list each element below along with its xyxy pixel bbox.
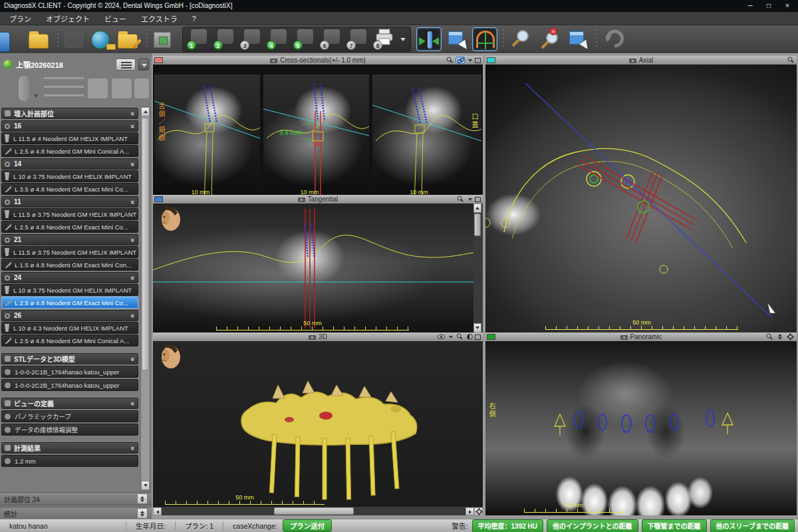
- tooth-header[interactable]: 11 »: [1, 196, 138, 207]
- abutment-row[interactable]: L 1.5 ø 4.8 Neodent GM Exact Mini Con...: [1, 259, 138, 271]
- collapse-chevron-icon[interactable]: »: [129, 356, 137, 360]
- cross-slice-3[interactable]: 口蓋 10 mm: [372, 74, 481, 195]
- edit-case-button[interactable]: [118, 29, 140, 50]
- menu-item[interactable]: ビュー: [104, 13, 126, 24]
- arch-view-button[interactable]: [472, 27, 497, 51]
- focus-implant-button[interactable]: [416, 27, 442, 51]
- scrollbar-thumb[interactable]: [142, 118, 149, 370]
- scrollbar-thumb[interactable]: [274, 507, 354, 515]
- tangential-view-content[interactable]: 50 mm: [153, 203, 483, 332]
- scroll-down-button[interactable]: [473, 323, 481, 332]
- collapse-chevron-icon[interactable]: »: [129, 162, 137, 166]
- reset-zoom-button[interactable]: ×: [537, 27, 563, 51]
- scroll-down-button[interactable]: [141, 481, 150, 490]
- collapse-chevron-icon[interactable]: »: [129, 111, 137, 115]
- axial-view-header[interactable]: Axial: [485, 56, 797, 65]
- maximize-view-icon[interactable]: [475, 58, 481, 63]
- scroll-left-button[interactable]: [153, 507, 162, 515]
- reset-zoom-icon[interactable]: [456, 196, 465, 203]
- workflow-step-button[interactable]: 4: [265, 28, 292, 51]
- menu-item[interactable]: オブジェクト: [46, 13, 90, 24]
- segmentation-button[interactable]: [154, 29, 176, 50]
- menu-item[interactable]: エクストラ: [141, 13, 178, 24]
- view-menu-dropdown-icon[interactable]: [449, 336, 453, 338]
- slice-pick-button[interactable]: [444, 27, 469, 51]
- contrast-toggle-icon[interactable]: [467, 334, 473, 340]
- open-case-button[interactable]: [29, 29, 51, 50]
- workflow-step-button[interactable]: 6: [319, 28, 345, 51]
- three-d-view[interactable]: 3D: [153, 332, 483, 515]
- collapse-chevron-icon[interactable]: »: [129, 446, 137, 450]
- reset-zoom-icon[interactable]: [765, 333, 774, 340]
- scroll-up-button[interactable]: [141, 107, 150, 116]
- rotate-3d-button[interactable]: [565, 27, 591, 51]
- cross-sectionals-view[interactable]: Cross-sectionals(+/- 1.0 mm): [153, 56, 483, 195]
- link-views-icon[interactable]: [456, 57, 465, 64]
- implant-row[interactable]: L 11.5 ø 3.75 Neodent GM HELIX IMPLANT: [1, 246, 138, 258]
- minimize-icon[interactable]: ─: [741, 0, 759, 12]
- collapse-chevron-icon[interactable]: »: [129, 401, 137, 405]
- send-plan-button[interactable]: プラン送付: [283, 519, 332, 532]
- collapse-chevron-icon[interactable]: »: [129, 275, 137, 279]
- spinner-icon[interactable]: [137, 508, 148, 519]
- three-d-view-header[interactable]: 3D: [153, 332, 483, 341]
- section-measure-header[interactable]: 計測結果 »: [1, 442, 138, 454]
- cross-view-content[interactable]: 舌側／頬側 10 mm 9.4: [153, 65, 483, 195]
- cross-slice-2[interactable]: 9.4 mm 10 mm: [263, 74, 369, 195]
- reset-zoom-icon[interactable]: [445, 57, 454, 64]
- tangential-view-header[interactable]: Tangential: [153, 195, 483, 203]
- sidebar-scrollbar[interactable]: [140, 106, 150, 491]
- measurement-item[interactable]: 1.2 mm: [1, 455, 138, 467]
- panoramic-view[interactable]: Panoramic: [485, 332, 797, 515]
- maximize-view-icon[interactable]: [475, 197, 481, 202]
- stl-item[interactable]: 1-0-0-2C2B_1764hanao katou_upper: [1, 379, 138, 391]
- collapse-chevron-icon[interactable]: »: [129, 237, 137, 241]
- workflow-step-button[interactable]: 5: [292, 28, 319, 51]
- abutment-row[interactable]: L 2.5 ø 4.8 Neodent GM Mini Conical A...: [1, 334, 138, 346]
- reset-zoom-icon[interactable]: [786, 57, 795, 64]
- settings-gear-icon[interactable]: [786, 333, 795, 340]
- workflow-step-button[interactable]: 2: [212, 28, 239, 51]
- status-badge[interactable]: 平均密度：1392 HU: [472, 519, 543, 532]
- collapse-chevron-icon[interactable]: »: [129, 200, 137, 203]
- slice-spinner-icon[interactable]: [775, 333, 785, 340]
- collapse-chevron-icon[interactable]: »: [129, 124, 137, 128]
- scroll-right-button[interactable]: [466, 507, 474, 515]
- scroll-up-button[interactable]: [473, 203, 481, 213]
- site-selector-dropdown[interactable]: 計画部位 24: [0, 492, 152, 505]
- status-badge[interactable]: 他のインプラントとの距離: [547, 519, 638, 532]
- tooth-header[interactable]: 16 »: [1, 120, 138, 132]
- abutment-row[interactable]: L 2.5 ø 4.8 Neodent GM Mini Conical A...: [1, 145, 138, 157]
- tooth-header[interactable]: 26 »: [1, 310, 138, 321]
- view-menu-dropdown-icon[interactable]: [468, 59, 472, 62]
- status-badge[interactable]: 他のスリーブまでの距離: [710, 519, 795, 532]
- implant-row[interactable]: L 10 ø 4.3 Neodent GM HELIX IMPLANT: [1, 322, 138, 334]
- axial-view-content[interactable]: 50 mm: [485, 65, 797, 332]
- panoramic-view-header[interactable]: Panoramic: [485, 332, 797, 341]
- stl-item[interactable]: 1-0-0-2C1B_1764hanao katou_upper: [1, 366, 138, 378]
- workflow-step-button[interactable]: 1: [186, 28, 212, 51]
- view-settings-gear-button[interactable]: [474, 507, 483, 515]
- menu-item[interactable]: ?: [192, 15, 196, 23]
- visibility-eye-icon[interactable]: [436, 333, 446, 340]
- cross-slice-1[interactable]: 舌側／頬側 10 mm: [154, 74, 260, 195]
- collapse-chevron-icon[interactable]: »: [129, 313, 137, 317]
- tooth-header[interactable]: 21 »: [1, 234, 138, 245]
- maximize-icon[interactable]: □: [759, 0, 778, 12]
- new-plan-button[interactable]: [2, 29, 25, 50]
- zoom-button[interactable]: [509, 27, 535, 51]
- maximize-view-icon[interactable]: [475, 334, 481, 340]
- viewdef-item[interactable]: パノラミックカーブ: [1, 410, 138, 422]
- viewdef-item[interactable]: データの座標情報調整: [1, 424, 138, 436]
- workflow-step-button[interactable]: 3: [239, 28, 265, 51]
- section-viewdef-header[interactable]: ビューの定義 »: [1, 398, 138, 409]
- tangential-view[interactable]: Tangential: [153, 195, 483, 332]
- three-d-scrollbar[interactable]: [153, 507, 483, 515]
- view-menu-dropdown-icon[interactable]: [468, 198, 472, 201]
- three-d-view-content[interactable]: 50 mm: [153, 341, 483, 515]
- abutment-row[interactable]: L 2.5 ø 4.8 Neodent GM Exact Mini Co...: [1, 297, 138, 309]
- tangential-scrollbar[interactable]: [473, 203, 483, 332]
- close-icon[interactable]: ×: [778, 0, 797, 12]
- scrollbar-thumb[interactable]: [474, 213, 481, 236]
- axial-view[interactable]: Axial: [485, 56, 797, 332]
